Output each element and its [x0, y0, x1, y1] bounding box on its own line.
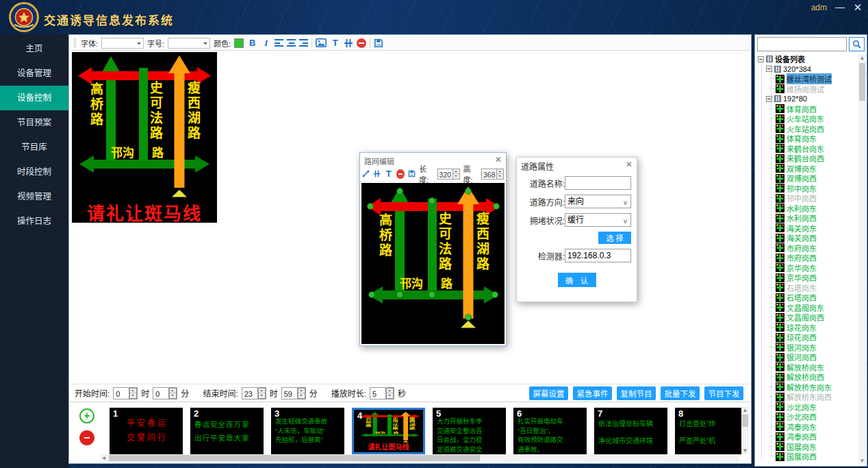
- device-tree-item[interactable]: 邗中岗西: [756, 193, 858, 204]
- road-tool-icon[interactable]: [344, 38, 353, 48]
- font-select[interactable]: [101, 38, 144, 49]
- start-minute-stepper[interactable]: 0: [153, 387, 177, 399]
- line-tool-icon[interactable]: [362, 169, 370, 178]
- device-tree-item[interactable]: 水利岗东: [756, 204, 858, 214]
- sign-preview-panel[interactable]: 高桥路 史可法路 瘦西湖路 邗沟 路 请礼让斑马线: [72, 52, 217, 223]
- device-tree-item[interactable]: 邗中岗东: [756, 184, 858, 194]
- detector-input[interactable]: [565, 249, 631, 262]
- device-tree-item[interactable]: 石塔岗西: [756, 293, 858, 303]
- text-tool-icon[interactable]: T: [384, 169, 393, 179]
- device-tree-item[interactable]: 市府岗西: [756, 253, 858, 263]
- device-tree-item[interactable]: 琼花岗东: [756, 323, 858, 333]
- device-tree-item[interactable]: 来鹤台岗西: [756, 153, 858, 164]
- collapse-toggle-icon[interactable]: [766, 96, 772, 102]
- device-tree-item[interactable]: 石塔岗东: [756, 283, 858, 293]
- device-tree-item[interactable]: 水利岗西: [756, 213, 858, 223]
- scroll-up-icon[interactable]: ▲: [858, 54, 866, 62]
- sidebar-item[interactable]: 视频管理: [0, 184, 68, 209]
- scroll-left-icon[interactable]: ◄: [100, 454, 107, 462]
- device-tree-item[interactable]: 体育岗东: [756, 134, 858, 144]
- action-button[interactable]: 复制节目: [617, 386, 656, 400]
- tree-group-320x384[interactable]: 320*384: [756, 64, 858, 75]
- sidebar-item[interactable]: 操作日志: [0, 209, 68, 234]
- device-tree-item[interactable]: 火车站岗西: [756, 124, 858, 134]
- scroll-down-icon[interactable]: ▼: [858, 457, 866, 465]
- close-icon[interactable]: ✕: [626, 160, 633, 169]
- scroll-down-icon[interactable]: ▼: [741, 447, 749, 454]
- device-tree-item[interactable]: 银河岗西: [756, 352, 858, 362]
- text-tool-icon[interactable]: T: [330, 38, 340, 48]
- tree-scrollbar[interactable]: ▲ ▼: [858, 54, 866, 465]
- delete-icon[interactable]: [396, 169, 405, 179]
- device-tree-item[interactable]: 解放桥岗西: [756, 372, 858, 382]
- tree-group-192x80[interactable]: 192*80: [756, 94, 858, 104]
- delete-icon[interactable]: [357, 38, 366, 48]
- device-tree-item[interactable]: 市府岗东: [756, 243, 858, 254]
- end-minute-stepper[interactable]: 59: [281, 387, 306, 399]
- device-tree-item[interactable]: 双博岗西: [756, 173, 858, 184]
- save-icon[interactable]: [408, 169, 416, 178]
- action-button[interactable]: 屏幕设置: [529, 386, 568, 400]
- program-thumbnail-7[interactable]: 7 依法治理非标车辆 净化城市交通环境: [594, 408, 667, 454]
- height-spinner[interactable]: 368: [481, 169, 504, 180]
- save-icon[interactable]: [374, 38, 383, 48]
- minimize-button[interactable]: —: [834, 1, 846, 12]
- align-left-button[interactable]: [275, 39, 283, 47]
- tree-root-node[interactable]: 设备列表: [756, 54, 858, 64]
- sidebar-item[interactable]: 设备管理: [0, 61, 68, 86]
- add-program-button[interactable]: +: [79, 408, 94, 423]
- close-icon[interactable]: ✕: [495, 155, 502, 164]
- sidebar-item[interactable]: 时段控制: [0, 160, 68, 184]
- close-button[interactable]: ✕: [852, 1, 864, 14]
- device-tree-item[interactable]: 鸿泰岗东: [756, 422, 858, 432]
- device-tree-item[interactable]: 螺丝湾桥测试: [756, 74, 858, 84]
- color-swatch[interactable]: [234, 38, 244, 48]
- device-tree-item[interactable]: 维扬岗测试: [756, 84, 858, 95]
- sidebar-item[interactable]: 主页: [0, 36, 68, 61]
- road-tool-icon[interactable]: [373, 169, 381, 178]
- road-direction-select[interactable]: 来向 ∨: [565, 195, 631, 208]
- device-tree-item[interactable]: 京华岗东: [756, 263, 858, 273]
- scroll-up-icon[interactable]: ▲: [741, 406, 749, 414]
- program-thumbnail-5[interactable]: 5 大力开展秋冬季 交通安全整治百 日会战，全力稳 定道路交通安全 形势！: [433, 408, 506, 454]
- device-tree-item[interactable]: 沙北岗东: [756, 402, 858, 412]
- device-tree-item[interactable]: 解放桥东岗西: [756, 392, 858, 402]
- sidebar-item[interactable]: 节目库: [0, 135, 68, 160]
- search-button[interactable]: [849, 37, 865, 51]
- action-button[interactable]: 紧急事件: [573, 386, 612, 400]
- device-tree-item[interactable]: 文昌阁岗西: [756, 312, 858, 323]
- align-center-button[interactable]: [287, 39, 296, 47]
- congestion-select[interactable]: 缓行 ∨: [565, 213, 631, 227]
- image-icon[interactable]: [316, 38, 327, 47]
- device-tree-item[interactable]: 海关岗西: [756, 233, 858, 243]
- action-button[interactable]: 节目下发: [704, 386, 743, 400]
- confirm-button[interactable]: 确 认: [558, 273, 596, 287]
- editor-canvas[interactable]: 高桥路 史可法路 瘦西湖路 邗沟 路: [361, 183, 505, 344]
- device-tree-item[interactable]: 体育岗西: [756, 104, 858, 114]
- device-tree-item[interactable]: 火车站岗东: [756, 114, 858, 124]
- device-tree-item[interactable]: 海关岗东: [756, 223, 858, 234]
- italic-button[interactable]: I: [261, 38, 271, 49]
- sidebar-item[interactable]: 设备控制: [0, 86, 68, 110]
- duration-stepper[interactable]: 5: [370, 387, 394, 399]
- program-thumbnail-6[interactable]: 6 扎实开展电动车 “百日整治”， 有效预防道路交 通事故。: [513, 408, 587, 454]
- bold-button[interactable]: B: [247, 38, 257, 48]
- program-thumbnail-8[interactable]: 8 打击查处“炸 严查严处“机: [675, 408, 748, 454]
- road-name-input[interactable]: [565, 176, 631, 190]
- device-tree-item[interactable]: 解放桥岗东: [756, 362, 858, 373]
- device-tree-item[interactable]: 国展岗东: [756, 442, 858, 452]
- start-hour-stepper[interactable]: 0: [113, 387, 138, 399]
- program-thumbnail-3[interactable]: 3 发生轻微交通事故 “人未伤，车能动” 先拍照，后撤离”: [271, 408, 344, 454]
- length-spinner[interactable]: 320: [437, 169, 460, 180]
- program-thumbnail-1[interactable]: 1 平安春运 交警同行: [110, 408, 183, 454]
- sidebar-item[interactable]: 节目预案: [0, 110, 68, 135]
- device-tree-item[interactable]: 沙北岗西: [756, 412, 858, 422]
- device-search-input[interactable]: [757, 37, 847, 51]
- device-tree-item[interactable]: 双博岗东: [756, 164, 858, 174]
- device-tree-item[interactable]: 解放桥东岗东: [756, 382, 858, 393]
- select-button[interactable]: 选 择: [598, 232, 631, 244]
- end-hour-stepper[interactable]: 23: [242, 387, 266, 399]
- device-tree-item[interactable]: 银河岗东: [756, 343, 858, 353]
- action-button[interactable]: 批量下发: [661, 386, 700, 400]
- device-tree-item[interactable]: 鸿泰岗西: [756, 432, 858, 442]
